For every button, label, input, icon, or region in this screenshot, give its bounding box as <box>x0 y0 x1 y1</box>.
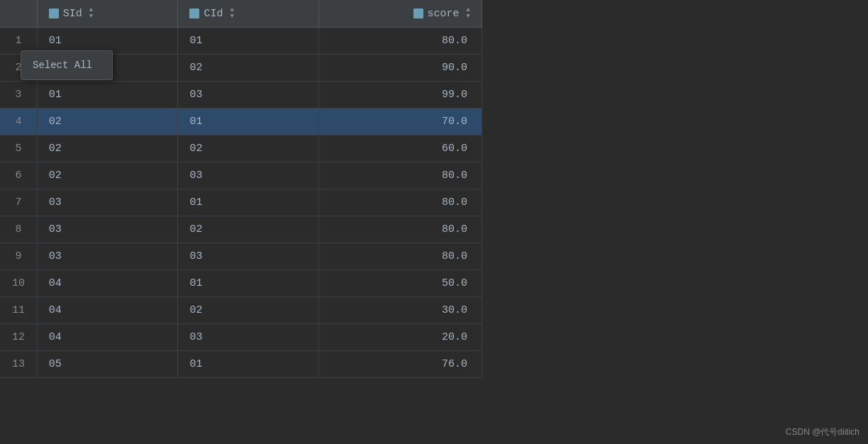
table-row[interactable]: 13050176.0 <box>0 351 482 378</box>
context-menu: Select All <box>21 50 113 80</box>
sid-cell: 04 <box>37 270 178 297</box>
row-number: 10 <box>0 270 37 297</box>
score-col-icon <box>413 9 423 18</box>
cid-cell: 03 <box>178 82 319 109</box>
select-all-menu-item[interactable]: Select All <box>21 54 112 77</box>
cid-col-icon <box>189 9 199 18</box>
score-cell: 76.0 <box>318 351 482 378</box>
cid-cell: 01 <box>178 189 319 216</box>
score-cell: 50.0 <box>318 270 482 297</box>
sid-cell: 03 <box>37 243 178 270</box>
cid-sort-arrows[interactable]: ▲▼ <box>230 7 233 20</box>
cid-column-header[interactable]: CId ▲▼ <box>178 0 319 28</box>
sid-cell: 02 <box>37 162 178 189</box>
table-row[interactable]: 4020170.0 <box>0 109 482 135</box>
cid-cell: 01 <box>178 351 319 378</box>
cid-cell: 03 <box>178 324 319 351</box>
score-cell: 80.0 <box>318 216 482 243</box>
sid-sort-arrows[interactable]: ▲▼ <box>89 7 93 20</box>
score-cell: 80.0 <box>318 28 482 55</box>
score-cell: 70.0 <box>318 109 482 135</box>
cid-cell: 03 <box>178 162 319 189</box>
sid-column-header[interactable]: SId ▲▼ <box>37 0 178 28</box>
table-row[interactable]: 10040150.0 <box>0 270 482 297</box>
row-number: 7 <box>0 189 37 216</box>
row-number: 3 <box>0 82 37 109</box>
row-num-header <box>0 0 37 28</box>
score-cell: 90.0 <box>318 55 482 82</box>
sid-cell: 01 <box>37 82 178 109</box>
cid-cell: 01 <box>178 270 319 297</box>
score-cell: 99.0 <box>318 82 482 109</box>
sid-cell: 04 <box>37 297 178 324</box>
table-row[interactable]: 8030280.0 <box>0 216 482 243</box>
cid-cell: 02 <box>178 135 319 162</box>
table-row[interactable]: 12040320.0 <box>0 324 482 351</box>
score-cell: 20.0 <box>318 324 482 351</box>
row-number: 4 <box>0 109 37 135</box>
cid-cell: 02 <box>178 297 319 324</box>
score-cell: 80.0 <box>318 243 482 270</box>
cid-cell: 03 <box>178 243 319 270</box>
sid-cell: 03 <box>37 189 178 216</box>
sid-cell: 02 <box>37 109 178 135</box>
score-cell: 30.0 <box>318 297 482 324</box>
score-sort-arrows[interactable]: ▲▼ <box>467 7 470 20</box>
sid-cell: 04 <box>37 324 178 351</box>
score-cell: 60.0 <box>318 135 482 162</box>
table-row[interactable]: 9030380.0 <box>0 243 482 270</box>
table-container: SId ▲▼ CId ▲▼ score ▲▼ <box>0 0 868 444</box>
sid-col-icon <box>49 9 59 18</box>
score-cell: 80.0 <box>318 162 482 189</box>
sid-cell: 05 <box>37 351 178 378</box>
cid-cell: 01 <box>178 109 319 135</box>
score-column-header[interactable]: score ▲▼ <box>318 0 482 28</box>
score-cell: 80.0 <box>318 189 482 216</box>
table-row[interactable]: 5020260.0 <box>0 135 482 162</box>
cid-cell: 02 <box>178 55 319 82</box>
cid-cell: 02 <box>178 216 319 243</box>
row-number: 13 <box>0 351 37 378</box>
score-col-label: score <box>428 8 460 20</box>
row-number: 12 <box>0 324 37 351</box>
table-row[interactable]: 7030180.0 <box>0 189 482 216</box>
table-row[interactable]: 6020380.0 <box>0 162 482 189</box>
sid-col-label: SId <box>63 8 82 20</box>
cid-col-label: CId <box>204 8 223 20</box>
row-number: 6 <box>0 162 37 189</box>
row-number: 11 <box>0 297 37 324</box>
cid-cell: 01 <box>178 28 319 55</box>
sid-cell: 02 <box>37 135 178 162</box>
table-row[interactable]: 11040230.0 <box>0 297 482 324</box>
table-row[interactable]: 3010399.0 <box>0 82 482 109</box>
row-number: 8 <box>0 216 37 243</box>
sid-cell: 03 <box>37 216 178 243</box>
row-number: 5 <box>0 135 37 162</box>
row-number: 9 <box>0 243 37 270</box>
watermark: CSDN @代号diitich <box>786 426 859 438</box>
